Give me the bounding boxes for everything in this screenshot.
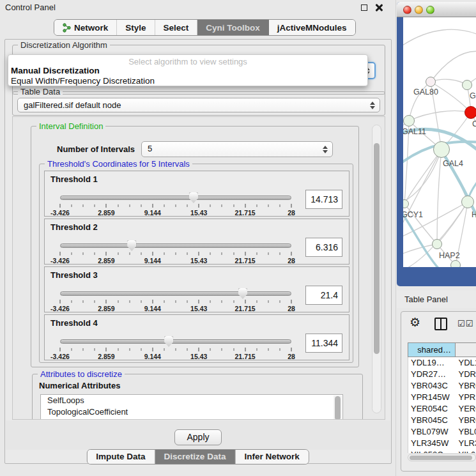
tick-mark [245,204,245,208]
column-header-shared[interactable]: shared… [408,342,456,357]
network-node-gal11[interactable] [403,115,415,127]
table-cell: YBL079W [408,426,456,438]
threshold-value-field[interactable]: 21.4 [305,286,342,305]
table-data-combobox[interactable]: galFiltered.sif default node [17,98,380,112]
settings-scrollbar[interactable] [372,125,381,413]
columns-icon[interactable] [434,318,447,330]
threshold-value-field[interactable]: 14.713 [305,190,342,209]
column-header-na[interactable]: na [456,342,476,357]
algorithm-option-equal-width-frequency-discretization[interactable]: Equal Width/Frequency Discretization [8,75,367,86]
threshold-label: Threshold 2 [50,222,98,232]
settings-scrollbar-thumb[interactable] [374,143,380,354]
control-panel-window: Control Panel NetworkStyleSelectCyni Too… [0,0,396,476]
network-node-gal4[interactable] [433,141,450,158]
table-row[interactable]: YBR045CYBR0 [408,415,476,426]
tick-mark [233,348,234,351]
table-cell: YBR043C [408,380,456,392]
table-horizontal-scrollbar[interactable] [408,454,476,461]
table-row[interactable]: YPR145WYPR1 [408,392,476,403]
gear-icon[interactable]: ⚙ [410,315,420,330]
table-row[interactable]: YBR043CYBR0 [408,380,476,392]
tab-select[interactable]: Select [155,20,198,35]
tick-mark [141,348,141,351]
tick-mark [222,348,222,351]
tab-discretize-data[interactable]: Discretize Data [155,450,236,464]
float-panel-icon[interactable] [361,4,367,11]
tick-mark [245,252,245,256]
table-scrollbar-thumb[interactable] [410,456,472,460]
tab-jactivemnodules[interactable]: jActiveMNodules [269,20,355,35]
tick-label: 15.43 [190,209,207,217]
list-scrollbar[interactable] [334,395,342,420]
table-cell: YDR2 [456,369,476,380]
slider-track[interactable] [60,243,291,248]
table-row[interactable]: YDR27…YDR2 [408,369,476,380]
threshold-panel-4: Threshold 4-3.4262.8599.14415.4321.71528… [44,314,349,360]
tick-mark [222,300,222,303]
tab-network[interactable]: Network [54,20,117,35]
tick-label: 21.715 [235,257,256,265]
tick-mark [176,300,176,303]
list-scrollbar-thumb[interactable] [335,396,341,420]
select-columns-checkboxes-icon[interactable]: ☑☑ [457,319,473,328]
network-node-c[interactable] [464,106,476,119]
tick-mark [233,204,234,207]
table-row[interactable]: YIL052CYIL0 [408,449,476,453]
tab-style[interactable]: Style [117,20,155,35]
slider-ticks [60,348,291,352]
network-canvas[interactable]: GAL80GCGAL11GAL4GCY1HHAP2 [403,17,476,267]
algorithm-option-manual-discretization[interactable]: Manual Discretization [8,65,367,75]
slider-track[interactable] [60,196,291,200]
tab-cyni-toolbox[interactable]: Cyni Toolbox [197,20,269,35]
tick-mark [141,300,141,303]
node-table: shared…na YDL19…YDL1YDR27…YDR2YBR043CYBR… [408,342,476,453]
tab-impute-data[interactable]: Impute Data [87,450,155,464]
tick-mark [72,204,72,207]
top-tab-bar: NetworkStyleSelectCyni ToolboxjActiveMNo… [54,19,356,36]
network-node-g[interactable] [462,80,472,90]
apply-button[interactable]: Apply [174,429,222,445]
attribute-item-topologicalcoefficient[interactable]: TopologicalCoefficient [41,406,342,418]
table-body: YDL19…YDL1YDR27…YDR2YBR043CYBR0YPR145WYP… [408,357,476,453]
slider-track[interactable] [60,291,291,296]
slider-handle[interactable] [189,192,198,203]
tick-label: 15.43 [190,353,207,360]
zoom-window-icon[interactable] [426,6,434,14]
network-node-gal80[interactable] [426,77,436,87]
tab-label: Network [74,23,108,33]
threshold-value-field[interactable]: 6.316 [305,238,342,257]
tick-mark [83,204,84,207]
numerical-attributes-list[interactable]: SelfLoopsTopologicalCoefficientBetweenne… [40,394,343,420]
threshold-panel-3: Threshold 3-3.4262.8599.14415.4321.71528… [44,266,349,312]
network-window-titlebar[interactable] [397,2,476,17]
table-cell: YER054C [408,403,456,415]
attribute-item-betweennesscentrality[interactable]: BetweennessCentrality [41,417,342,420]
table-row[interactable]: YLR345WYLR3 [408,438,476,449]
table-row[interactable]: YDL19…YDL1 [408,357,476,369]
network-node-hap2[interactable] [432,239,442,249]
network-node-h[interactable] [461,196,474,208]
node-label-h: H [472,210,476,219]
tick-mark [129,348,130,351]
close-panel-icon[interactable] [375,4,383,12]
number-of-intervals-combobox[interactable]: 5 [141,141,333,157]
slider-handle[interactable] [164,336,173,347]
attribute-item-selfloops[interactable]: SelfLoops [41,395,342,406]
close-window-icon[interactable] [403,6,411,14]
slider-handle[interactable] [238,288,247,299]
tick-label: 21.715 [235,305,256,312]
table-row[interactable]: YBL079WYBL0 [408,426,476,438]
slider-track[interactable] [60,339,291,344]
tick-mark [187,252,188,255]
tick-mark [279,300,280,303]
tick-mark [199,252,199,256]
tick-mark [210,300,211,303]
tab-infer-network[interactable]: Infer Network [235,450,308,464]
slider-handle[interactable] [127,240,136,251]
table-row[interactable]: YER054CYER0 [408,403,476,415]
tick-mark [129,204,130,207]
network-node[interactable] [450,260,461,267]
minimize-window-icon[interactable] [415,6,423,14]
threshold-value-field[interactable]: 11.344 [305,334,342,353]
threshold-panel-2: Threshold 2-3.4262.8599.14415.4321.71528… [44,219,349,265]
